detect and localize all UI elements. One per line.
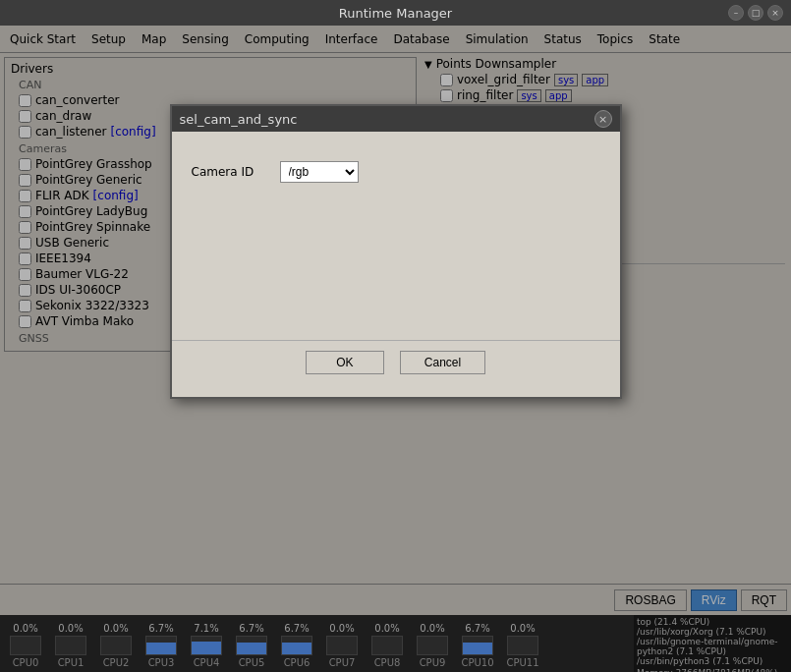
modal-close-button[interactable]: × (594, 110, 612, 128)
modal-title: sel_cam_and_sync (180, 112, 298, 127)
camera-id-row: Camera ID /rgb /bgr /mono (192, 161, 600, 183)
minimize-button[interactable]: – (728, 5, 744, 21)
close-button[interactable]: × (767, 5, 783, 21)
modal-dialog: sel_cam_and_sync × Camera ID /rgb /bgr /… (170, 104, 622, 399)
modal-body: Camera ID /rgb /bgr /mono (172, 132, 620, 340)
window-title: Runtime Manager (339, 6, 452, 21)
modal-ok-button[interactable]: OK (306, 351, 384, 374)
modal-spacer (192, 202, 600, 320)
camera-id-select[interactable]: /rgb /bgr /mono (280, 161, 359, 183)
modal-buttons: OK Cancel (172, 340, 620, 384)
modal-overlay: sel_cam_and_sync × Camera ID /rgb /bgr /… (0, 26, 791, 672)
titlebar-controls: – □ × (728, 5, 783, 21)
camera-id-label: Camera ID (192, 165, 270, 179)
modal-cancel-button[interactable]: Cancel (400, 351, 485, 374)
titlebar: Runtime Manager – □ × (0, 0, 791, 26)
modal-titlebar: sel_cam_and_sync × (172, 106, 620, 132)
maximize-button[interactable]: □ (748, 5, 763, 21)
